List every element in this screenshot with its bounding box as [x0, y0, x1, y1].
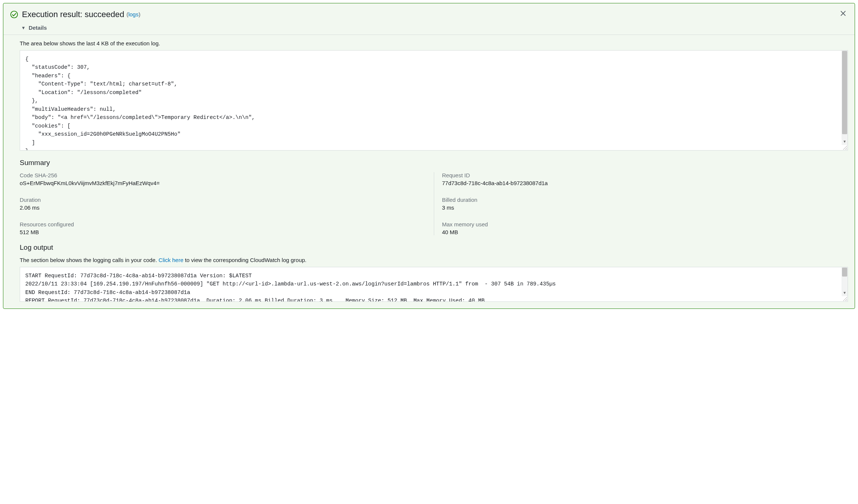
success-icon: [10, 10, 18, 19]
summary-max-memory: Max memory used 40 MB: [434, 221, 848, 235]
summary-divider: [434, 172, 434, 235]
execution-log-description: The area below shows the last 4 KB of th…: [20, 40, 848, 46]
summary-label: Billed duration: [442, 197, 848, 203]
logs-link[interactable]: logs: [128, 11, 139, 17]
log-desc-prefix: The section below shows the logging call…: [20, 257, 159, 263]
summary-label: Max memory used: [442, 221, 848, 227]
resize-handle[interactable]: [842, 145, 848, 150]
execution-result-panel: Execution result: succeeded (logs) ▼ Det…: [3, 3, 855, 309]
summary-label: Request ID: [442, 172, 848, 178]
log-output-heading: Log output: [20, 243, 848, 252]
svg-point-0: [11, 11, 17, 17]
details-toggle[interactable]: ▼ Details: [3, 22, 855, 35]
log-output-box[interactable]: START RequestId: 77d73c8d-718c-4c8a-ab14…: [20, 267, 848, 302]
summary-value: 3 ms: [442, 204, 848, 211]
close-button[interactable]: [838, 9, 848, 20]
summary-value: 77d73c8d-718c-4c8a-ab14-b97238087d1a: [442, 180, 848, 186]
summary-value: 2.06 ms: [20, 204, 419, 211]
panel-title: Execution result: succeeded: [22, 10, 124, 19]
summary-value: oS+ErMFbwqFKmL0kvViijmvM3zkfEkj7mFyHaEzW…: [20, 180, 419, 186]
summary-code-sha: Code SHA-256 oS+ErMFbwqFKmL0kvViijmvM3zk…: [20, 172, 434, 186]
summary-label: Resources configured: [20, 221, 419, 227]
summary-duration: Duration 2.06 ms: [20, 197, 434, 211]
summary-billed-duration: Billed duration 3 ms: [434, 197, 848, 211]
panel-header: Execution result: succeeded (logs): [3, 3, 855, 22]
caret-down-icon: ▼: [21, 25, 26, 30]
summary-label: Code SHA-256: [20, 172, 419, 178]
log-output-description: The section below shows the logging call…: [20, 257, 848, 263]
resize-handle[interactable]: [842, 296, 848, 301]
log-output-text: START RequestId: 77d73c8d-718c-4c8a-ab14…: [25, 273, 556, 302]
summary-grid: Code SHA-256 oS+ErMFbwqFKmL0kvViijmvM3zk…: [20, 172, 848, 235]
summary-resources: Resources configured 512 MB: [20, 221, 434, 235]
execution-output-text: { "statusCode": 307, "headers": { "Conte…: [25, 56, 255, 151]
logs-link-wrapper: (logs): [126, 11, 141, 17]
details-label: Details: [29, 25, 47, 31]
click-here-link[interactable]: Click here: [159, 257, 184, 263]
summary-label: Duration: [20, 197, 419, 203]
summary-value: 40 MB: [442, 229, 848, 235]
panel-content: The area below shows the last 4 KB of th…: [3, 35, 855, 308]
scrollbar-down-arrow[interactable]: ▼: [842, 290, 848, 296]
summary-heading: Summary: [20, 159, 848, 167]
summary-request-id: Request ID 77d73c8d-718c-4c8a-ab14-b9723…: [434, 172, 848, 186]
log-desc-suffix: to view the corresponding CloudWatch log…: [183, 257, 306, 263]
summary-value: 512 MB: [20, 229, 419, 235]
scrollbar-thumb[interactable]: [842, 268, 847, 277]
execution-output-box[interactable]: { "statusCode": 307, "headers": { "Conte…: [20, 50, 848, 151]
scrollbar-down-arrow[interactable]: ▼: [842, 139, 848, 145]
scrollbar-thumb[interactable]: [842, 51, 847, 134]
scrollbar-track[interactable]: [842, 51, 848, 145]
